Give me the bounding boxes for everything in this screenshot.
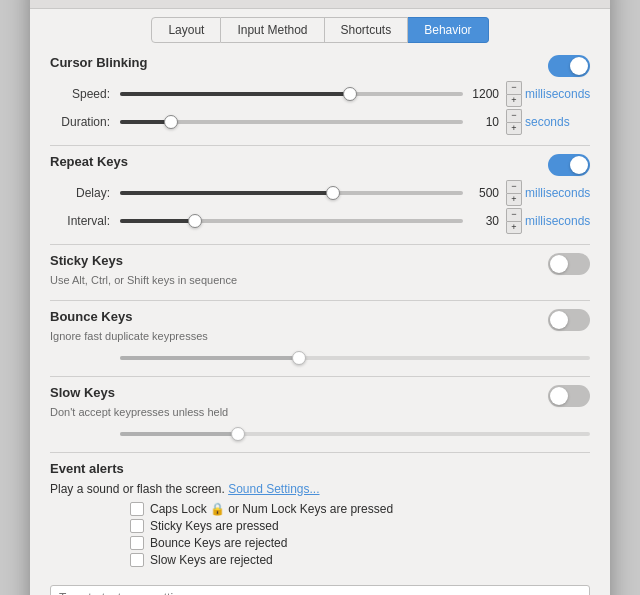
checkbox-row-0: Caps Lock 🔒 or Num Lock Keys are pressed [130, 502, 590, 516]
delay-unit: milliseconds [525, 186, 590, 200]
speed-label: Speed: [50, 87, 120, 101]
speed-decrement[interactable]: − [506, 81, 522, 94]
duration-increment[interactable]: + [506, 122, 522, 135]
speed-value: 1200 [463, 87, 503, 101]
bounce-slider [120, 350, 590, 366]
checkbox-caps-lock-label: Caps Lock 🔒 or Num Lock Keys are pressed [150, 502, 393, 516]
test-input[interactable] [50, 585, 590, 596]
interval-value: 30 [463, 214, 503, 228]
sticky-keys-section: Sticky Keys Use Alt, Ctrl, or Shift keys… [50, 253, 590, 290]
event-alerts-section: Event alerts Play a sound or flash the s… [50, 461, 590, 567]
tab-shortcuts[interactable]: Shortcuts [325, 17, 409, 43]
cursor-blinking-section: Cursor Blinking Speed: 1200 − + [50, 55, 590, 135]
slow-keys-section: Slow Keys Don't accept keypresses unless… [50, 385, 590, 442]
checkbox-row-3: Slow Keys are rejected [130, 553, 590, 567]
tab-bar: Layout Input Method Shortcuts Behavior [30, 9, 610, 43]
checkbox-row-2: Bounce Keys are rejected [130, 536, 590, 550]
slow-keys-title: Slow Keys [50, 385, 228, 400]
slow-slider-row [50, 426, 590, 442]
event-alerts-desc-text: Play a sound or flash the screen. [50, 482, 225, 496]
sticky-keys-knob [550, 255, 568, 273]
tab-input-method[interactable]: Input Method [221, 17, 324, 43]
duration-slider[interactable] [120, 114, 463, 130]
interval-stepper[interactable]: − + [506, 208, 522, 234]
checkbox-bounce-keys-label: Bounce Keys are rejected [150, 536, 287, 550]
slow-slider [120, 426, 590, 442]
delay-row: Delay: 500 − + milliseconds [50, 180, 590, 206]
sticky-keys-desc: Use Alt, Ctrl, or Shift keys in sequence [50, 274, 237, 286]
interval-unit: milliseconds [525, 214, 590, 228]
interval-row: Interval: 30 − + milliseconds [50, 208, 590, 234]
event-alerts-title: Event alerts [50, 461, 590, 476]
delay-label: Delay: [50, 186, 120, 200]
sound-settings-link[interactable]: Sound Settings... [228, 482, 319, 496]
bounce-keys-toggle[interactable] [548, 309, 590, 331]
speed-increment[interactable]: + [506, 94, 522, 107]
delay-slider[interactable] [120, 185, 463, 201]
speed-row: Speed: 1200 − + milliseconds [50, 81, 590, 107]
titlebar: × ◀ All Settings Keyboard ⤢ [30, 0, 610, 9]
checkbox-row-1: Sticky Keys are pressed [130, 519, 590, 533]
checkbox-slow-keys[interactable] [130, 553, 144, 567]
checkbox-bounce-keys[interactable] [130, 536, 144, 550]
delay-increment[interactable]: + [506, 193, 522, 206]
repeat-keys-toggle[interactable] [548, 154, 590, 176]
interval-decrement[interactable]: − [506, 208, 522, 221]
repeat-keys-section: Repeat Keys Delay: 500 − + [50, 154, 590, 234]
bounce-slider-row [50, 350, 590, 366]
event-alerts-desc: Play a sound or flash the screen. Sound … [50, 482, 590, 496]
interval-slider[interactable] [120, 213, 463, 229]
cursor-blinking-toggle[interactable] [548, 55, 590, 77]
duration-row: Duration: 10 − + seconds [50, 109, 590, 135]
speed-unit: milliseconds [525, 87, 590, 101]
bounce-keys-desc: Ignore fast duplicate keypresses [50, 330, 208, 342]
delay-stepper[interactable]: − + [506, 180, 522, 206]
repeat-keys-knob [570, 156, 588, 174]
speed-slider[interactable] [120, 86, 463, 102]
checkbox-caps-lock[interactable] [130, 502, 144, 516]
duration-decrement[interactable]: − [506, 109, 522, 122]
interval-label: Interval: [50, 214, 120, 228]
sticky-keys-title: Sticky Keys [50, 253, 237, 268]
delay-value: 500 [463, 186, 503, 200]
bounce-keys-section: Bounce Keys Ignore fast duplicate keypre… [50, 309, 590, 366]
cursor-blinking-title: Cursor Blinking [50, 55, 148, 70]
checkbox-sticky-keys[interactable] [130, 519, 144, 533]
delay-decrement[interactable]: − [506, 180, 522, 193]
content-area: Cursor Blinking Speed: 1200 − + [30, 43, 610, 596]
bounce-keys-knob [550, 311, 568, 329]
checkbox-slow-keys-label: Slow Keys are rejected [150, 553, 273, 567]
slow-keys-knob [550, 387, 568, 405]
slow-keys-toggle[interactable] [548, 385, 590, 407]
main-window: × ◀ All Settings Keyboard ⤢ Layout Input… [30, 0, 610, 595]
tab-behavior[interactable]: Behavior [408, 17, 488, 43]
tab-layout[interactable]: Layout [151, 17, 221, 43]
sticky-keys-toggle[interactable] [548, 253, 590, 275]
checkbox-sticky-keys-label: Sticky Keys are pressed [150, 519, 279, 533]
speed-stepper[interactable]: − + [506, 81, 522, 107]
duration-stepper[interactable]: − + [506, 109, 522, 135]
duration-label: Duration: [50, 115, 120, 129]
cursor-blinking-knob [570, 57, 588, 75]
repeat-keys-title: Repeat Keys [50, 154, 128, 169]
duration-unit: seconds [525, 115, 590, 129]
interval-increment[interactable]: + [506, 221, 522, 234]
bounce-keys-title: Bounce Keys [50, 309, 208, 324]
duration-value: 10 [463, 115, 503, 129]
slow-keys-desc: Don't accept keypresses unless held [50, 406, 228, 418]
